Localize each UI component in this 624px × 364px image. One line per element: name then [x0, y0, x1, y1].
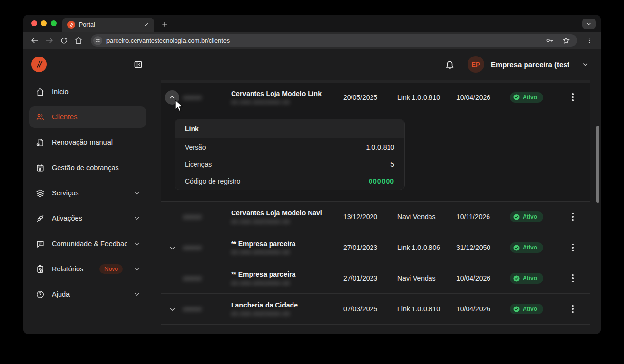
account-avatar[interactable]: EP — [468, 56, 484, 73]
expiry-date: 10/04/2026 — [456, 94, 497, 101]
row-menu-icon[interactable] — [569, 210, 577, 224]
password-key-icon[interactable] — [544, 36, 556, 45]
row-menu-icon[interactable] — [569, 90, 577, 104]
account-name: Empresa parceira (test… — [491, 60, 569, 69]
home-icon[interactable] — [72, 34, 85, 47]
created-date: 27/01/2023 — [343, 244, 397, 251]
app-logo-icon — [31, 57, 47, 72]
table-row[interactable]: ##### Lancheria da Cidade##.###.###/####… — [161, 293, 590, 324]
url-text[interactable]: parceiro.cervantestecnologia.com.br/clie… — [106, 37, 540, 44]
client-name: ** Empresa parceira — [231, 240, 343, 248]
scrollbar-thumb[interactable] — [596, 126, 599, 203]
masked-document: ##.###.###/####-## — [231, 249, 343, 255]
panel-field-versao: Versão 1.0.0.810 — [175, 138, 404, 155]
tab-close-icon[interactable] — [142, 21, 150, 29]
sidebar-item-inicio[interactable]: Início — [29, 81, 146, 102]
product-version: Navi Vendas — [397, 213, 456, 221]
license-detail-panel: Link Versão 1.0.0.810 Licenças 5 — [175, 119, 405, 190]
status-badge: Ativo — [510, 242, 543, 253]
row-menu-icon[interactable] — [569, 241, 577, 255]
table-row[interactable]: ##### Cervantes Loja Modelo Navi##.###.#… — [161, 201, 590, 232]
reload-icon[interactable] — [58, 34, 70, 47]
close-window-button[interactable] — [31, 20, 37, 26]
clients-table: ##### Cervantes Loja Modelo Link##.###.#… — [161, 83, 590, 325]
masked-id: ##### — [183, 245, 202, 251]
window-controls — [23, 15, 62, 32]
sidebar: Início Clientes Renovação manual Gestão … — [23, 80, 152, 334]
notifications-bell-icon[interactable] — [445, 59, 455, 70]
sidebar-item-comunidade-feedback[interactable]: Comunidade & Feedback — [29, 233, 146, 254]
report-clipboard-icon — [35, 264, 45, 274]
sidebar-item-ajuda[interactable]: Ajuda — [29, 284, 146, 305]
created-date: 27/01/2023 — [343, 274, 397, 282]
tab-portal[interactable]: Portal — [62, 18, 154, 32]
product-version: Link 1.0.0.810 — [397, 305, 456, 313]
minimize-window-button[interactable] — [41, 20, 47, 26]
tab-strip: Portal — [23, 15, 601, 32]
new-tab-button[interactable] — [158, 18, 172, 31]
created-date: 13/12/2020 — [343, 213, 397, 221]
panel-field-licencas: Licenças 5 — [175, 155, 404, 172]
app-body: Início Clientes Renovação manual Gestão … — [23, 80, 601, 334]
screen: Portal — [0, 0, 624, 364]
app-header: EP Empresa parceira (test… — [23, 49, 601, 80]
browser-menu-icon[interactable] — [583, 34, 596, 47]
client-name: Lancheria da Cidade — [231, 301, 343, 309]
collapse-row-button[interactable] — [165, 90, 179, 105]
bookmark-star-icon[interactable] — [560, 37, 572, 45]
expiry-date: 31/12/2050 — [456, 244, 497, 251]
masked-id: ##### — [183, 214, 202, 221]
table-row[interactable]: ##### ** Empresa parceira##.###.###/####… — [161, 263, 590, 293]
status-badge: Ativo — [510, 273, 543, 284]
address-bar[interactable]: parceiro.cervantestecnologia.com.br/clie… — [91, 34, 577, 47]
sidebar-item-ativacoes[interactable]: Ativações — [29, 208, 146, 229]
sidebar-item-gestao-cobrancas[interactable]: Gestão de cobranças — [29, 157, 146, 178]
expiry-date: 10/04/2026 — [456, 305, 497, 313]
expiry-date: 10/11/2026 — [456, 213, 497, 221]
panel-field-codigo-registro: Código de registro 000000 — [175, 172, 404, 190]
masked-document: ##.###.###/####-## — [231, 99, 343, 105]
chevron-down-icon — [134, 190, 140, 196]
created-date: 07/03/2025 — [343, 305, 397, 313]
masked-document: ##.###.###/####-## — [231, 311, 343, 317]
table-row[interactable]: ##### Cervantes Loja Modelo Link##.###.#… — [161, 83, 590, 111]
status-badge: Ativo — [510, 211, 543, 222]
maximize-window-button[interactable] — [51, 20, 57, 26]
sidebar-item-relatorios[interactable]: Relatórios Novo — [29, 258, 146, 280]
table-row[interactable]: ##### ** Empresa parceira##.###.###/####… — [161, 232, 590, 263]
masked-document: ##.###.###/####-## — [231, 219, 343, 225]
forward-icon[interactable] — [43, 34, 56, 47]
row-menu-icon[interactable] — [569, 302, 577, 316]
expanded-row-group: ##### Cervantes Loja Modelo Link##.###.#… — [161, 83, 590, 201]
site-info-icon[interactable] — [93, 36, 102, 45]
masked-id: ##### — [183, 275, 202, 282]
product-version: Link 1.0.0.810 — [397, 94, 456, 101]
sidebar-item-renovacao-manual[interactable]: Renovação manual — [29, 132, 146, 153]
tab-title: Portal — [79, 21, 138, 28]
created-date: 20/05/2025 — [343, 94, 397, 101]
account-chevron-down-icon[interactable] — [582, 61, 589, 68]
chevron-down-icon — [134, 291, 140, 298]
tab-search-button[interactable] — [582, 19, 596, 29]
panel-title: Link — [175, 119, 404, 138]
expand-row-chevron-icon[interactable] — [161, 306, 183, 313]
row-menu-icon[interactable] — [569, 271, 577, 286]
back-icon[interactable] — [28, 34, 41, 47]
renewal-document-icon — [35, 137, 45, 147]
product-version: Navi Vendas — [397, 274, 456, 282]
sidebar-collapse-icon[interactable] — [134, 60, 143, 69]
home-icon — [35, 87, 45, 96]
chevron-down-icon — [134, 240, 140, 247]
registration-code[interactable]: 000000 — [369, 177, 394, 185]
table-bottom-divider — [161, 324, 590, 325]
client-name: Cervantes Loja Modelo Navi — [231, 209, 343, 217]
sidebar-item-servicos[interactable]: Serviços — [29, 182, 146, 204]
status-badge: Ativo — [510, 304, 543, 314]
product-version: Link 1.0.0.806 — [397, 244, 456, 251]
clients-content: ##### Cervantes Loja Modelo Link##.###.#… — [152, 80, 601, 334]
masked-document: ##.###.###/####-## — [231, 280, 343, 286]
expand-row-chevron-icon[interactable] — [161, 244, 183, 251]
billing-calendar-icon — [35, 163, 45, 172]
status-badge: Ativo — [510, 92, 543, 103]
sidebar-item-clientes[interactable]: Clientes — [29, 106, 146, 128]
